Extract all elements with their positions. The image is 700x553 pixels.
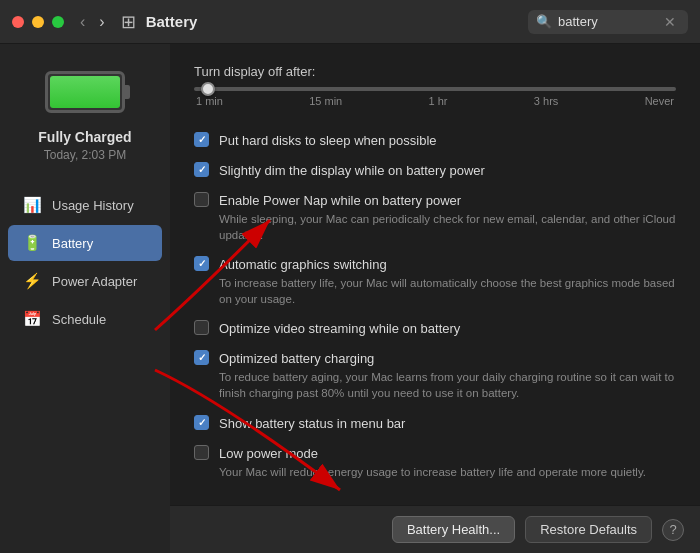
slider-ticks: 1 min 15 min 1 hr 3 hrs Never <box>194 95 676 107</box>
sidebar-item-usage-history[interactable]: 📊 Usage History <box>8 187 162 223</box>
window-controls <box>12 16 64 28</box>
checkbox-low-power[interactable] <box>194 445 209 460</box>
sidebar-item-label-power-adapter: Power Adapter <box>52 274 137 289</box>
option-optimized-charging: Optimized battery charging To reduce bat… <box>194 343 676 407</box>
desc-optimized-charging: To reduce battery aging, your Mac learns… <box>219 369 676 407</box>
tick-1hr: 1 hr <box>429 95 448 107</box>
sidebar-item-label-schedule: Schedule <box>52 312 106 327</box>
slider-track-container[interactable] <box>194 87 676 91</box>
checkbox-battery-status[interactable] <box>194 415 209 430</box>
battery-nav-icon: 🔋 <box>22 233 42 253</box>
footer: Battery Health... Restore Defaults ? <box>170 505 700 553</box>
label-power-nap: Enable Power Nap while on battery power <box>219 193 461 208</box>
tick-3hrs: 3 hrs <box>534 95 558 107</box>
label-dim-display: Slightly dim the display while on batter… <box>219 163 485 178</box>
power-adapter-icon: ⚡ <box>22 271 42 291</box>
label-low-power: Low power mode <box>219 446 318 461</box>
slider-track <box>194 87 676 91</box>
battery-status-subtext: Today, 2:03 PM <box>44 148 127 162</box>
option-dim-display: Slightly dim the display while on batter… <box>194 155 676 185</box>
label-optimize-video: Optimize video streaming while on batter… <box>219 321 460 336</box>
title-bar: ‹ › ⊞ Battery 🔍 ✕ <box>0 0 700 44</box>
schedule-icon: 📅 <box>22 309 42 329</box>
checkbox-hard-disks[interactable] <box>194 132 209 147</box>
checkbox-dim-display[interactable] <box>194 162 209 177</box>
battery-icon <box>45 71 125 113</box>
label-auto-graphics: Automatic graphics switching <box>219 257 387 272</box>
checkbox-auto-graphics[interactable] <box>194 256 209 271</box>
minimize-button[interactable] <box>32 16 44 28</box>
nav-arrows: ‹ › <box>76 11 109 33</box>
option-auto-graphics: Automatic graphics switching To increase… <box>194 249 676 313</box>
checkbox-optimize-video[interactable] <box>194 320 209 335</box>
content-area: Turn display off after: 1 min 15 min 1 h… <box>170 44 700 505</box>
sidebar-item-power-adapter[interactable]: ⚡ Power Adapter <box>8 263 162 299</box>
display-off-slider-section: Turn display off after: 1 min 15 min 1 h… <box>194 64 676 107</box>
main-layout: Fully Charged Today, 2:03 PM 📊 Usage His… <box>0 44 700 553</box>
sidebar-item-label-usage-history: Usage History <box>52 198 134 213</box>
battery-tip <box>125 85 130 99</box>
option-hard-disks: Put hard disks to sleep when possible <box>194 125 676 155</box>
sidebar-item-battery[interactable]: 🔋 Battery <box>8 225 162 261</box>
desc-low-power: Your Mac will reduce energy usage to inc… <box>219 464 676 486</box>
sidebar-item-schedule[interactable]: 📅 Schedule <box>8 301 162 337</box>
search-clear-icon[interactable]: ✕ <box>664 14 676 30</box>
grid-icon[interactable]: ⊞ <box>121 11 136 33</box>
battery-status-label: Fully Charged <box>38 129 131 145</box>
sidebar-nav: 📊 Usage History 🔋 Battery ⚡ Power Adapte… <box>0 186 170 338</box>
slider-label: Turn display off after: <box>194 64 676 79</box>
option-low-power: Low power mode Your Mac will reduce ener… <box>194 438 676 486</box>
window-title: Battery <box>146 13 528 30</box>
restore-defaults-button[interactable]: Restore Defaults <box>525 516 652 543</box>
forward-arrow[interactable]: › <box>95 11 108 33</box>
sidebar: Fully Charged Today, 2:03 PM 📊 Usage His… <box>0 44 170 553</box>
tick-never: Never <box>645 95 674 107</box>
help-button[interactable]: ? <box>662 519 684 541</box>
tick-1min: 1 min <box>196 95 223 107</box>
battery-health-button[interactable]: Battery Health... <box>392 516 515 543</box>
tick-15min: 15 min <box>309 95 342 107</box>
option-power-nap: Enable Power Nap while on battery power … <box>194 185 676 249</box>
search-input[interactable] <box>558 14 658 29</box>
search-icon: 🔍 <box>536 14 552 29</box>
close-button[interactable] <box>12 16 24 28</box>
battery-fill <box>50 76 120 108</box>
checkbox-optimized-charging[interactable] <box>194 350 209 365</box>
label-battery-status: Show battery status in menu bar <box>219 416 405 431</box>
usage-history-icon: 📊 <box>22 195 42 215</box>
maximize-button[interactable] <box>52 16 64 28</box>
option-optimize-video: Optimize video streaming while on batter… <box>194 313 676 343</box>
label-hard-disks: Put hard disks to sleep when possible <box>219 133 437 148</box>
label-optimized-charging: Optimized battery charging <box>219 351 374 366</box>
battery-icon-container <box>40 64 130 119</box>
desc-auto-graphics: To increase battery life, your Mac will … <box>219 275 676 313</box>
checkbox-power-nap[interactable] <box>194 192 209 207</box>
option-battery-status: Show battery status in menu bar <box>194 408 676 438</box>
search-bar[interactable]: 🔍 ✕ <box>528 10 688 34</box>
sidebar-item-label-battery: Battery <box>52 236 93 251</box>
desc-power-nap: While sleeping, your Mac can periodicall… <box>219 211 676 249</box>
back-arrow[interactable]: ‹ <box>76 11 89 33</box>
options-list: Put hard disks to sleep when possible Sl… <box>194 125 676 486</box>
slider-thumb[interactable] <box>201 82 215 96</box>
